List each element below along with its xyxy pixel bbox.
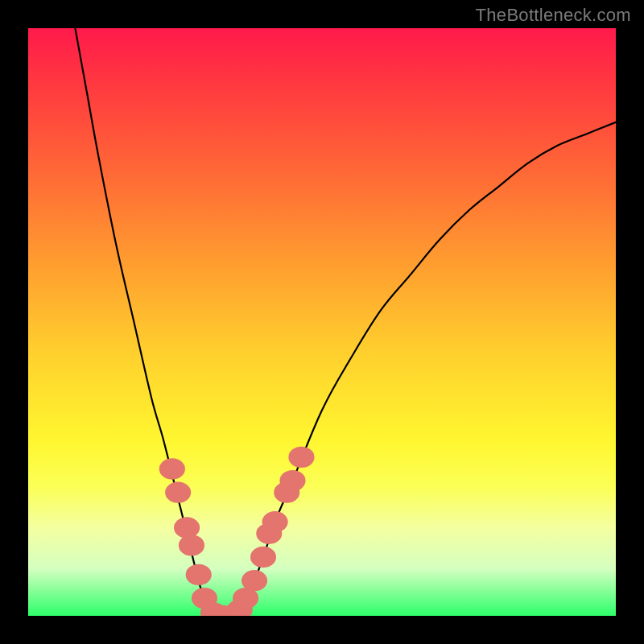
marker-dot: [288, 447, 314, 468]
marker-dot: [179, 535, 204, 555]
curve-svg: [28, 28, 616, 616]
marker-dot: [159, 458, 185, 479]
bottleneck-curve: [75, 28, 616, 616]
marker-dot: [242, 570, 267, 591]
plot-area: [28, 28, 616, 616]
marker-group: [159, 447, 315, 616]
chart-stage: TheBottleneck.com: [0, 0, 644, 644]
marker-dot: [250, 547, 276, 568]
marker-dot: [262, 511, 288, 532]
marker-dot: [279, 470, 305, 491]
marker-dot: [174, 517, 200, 538]
marker-dot: [186, 564, 212, 585]
watermark-text: TheBottleneck.com: [476, 5, 631, 26]
marker-dot: [165, 482, 191, 503]
